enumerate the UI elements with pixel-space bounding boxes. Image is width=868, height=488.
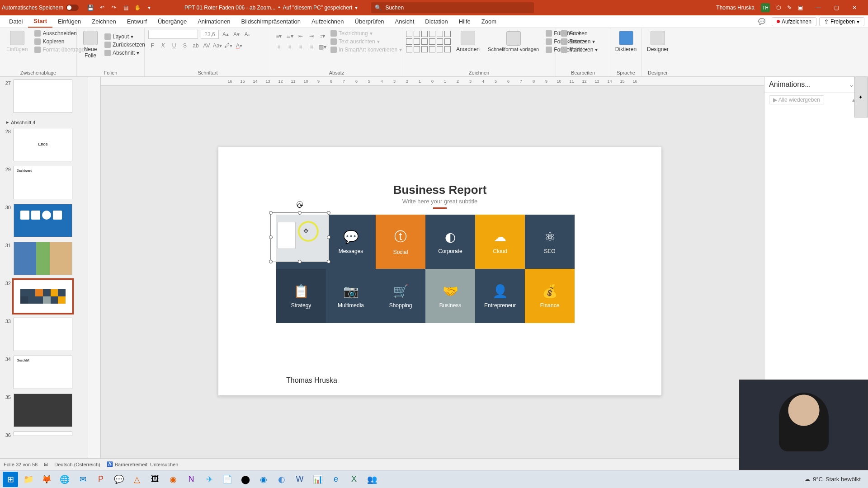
slide-canvas[interactable]: 1615141312111098765432101234567891011121… [101,77,764,458]
thumb-28[interactable]: Ende [14,128,72,161]
tab-einfuegen[interactable]: Einfügen [52,15,86,28]
shrink-font-icon[interactable]: A▾ [232,30,241,38]
thumb-33[interactable] [14,318,72,351]
section-header[interactable]: ▸ Abschnitt 4 [2,117,84,128]
accessibility-status[interactable]: ♿ Barrierefreiheit: Untersuchen [107,461,179,467]
app-icon[interactable]: 📊 [310,472,326,487]
thumb-32[interactable] [14,280,72,313]
tab-hilfe[interactable]: Hilfe [453,15,476,28]
app-icon[interactable]: 📄 [220,472,235,487]
thumb-36[interactable] [14,432,72,436]
present-icon[interactable]: ▤ [122,4,129,11]
app-icon[interactable]: ◉ [165,472,181,487]
find-button[interactable]: Suchen [560,30,606,37]
excel-icon[interactable]: X [346,472,362,487]
app-icon[interactable]: 💬 [111,472,127,487]
layout-button[interactable]: Layout▾ [103,33,146,40]
designer-button[interactable]: Designer [646,30,670,53]
quickstyles-button[interactable]: Schnellformat-vorlagen [485,30,542,53]
tile-cloud[interactable]: ☁Cloud [475,215,525,269]
edge-icon[interactable]: e [328,472,344,487]
comments-icon[interactable]: 💬 [755,18,769,25]
close-button[interactable]: ✕ [845,5,863,11]
app-icon[interactable]: ◉ [256,472,271,487]
clear-format-icon[interactable]: Aₓ [243,30,251,38]
language-status[interactable]: Deutsch (Österreich) [54,462,100,467]
slide-thumbnails-panel[interactable]: 27 ▸ Abschnitt 4 28Ende 29Dashboard 30 3… [0,77,88,458]
rotate-handle-icon[interactable]: ⟳ [297,201,303,207]
tile-shopping[interactable]: 🛒Shopping [376,269,425,323]
teams-icon[interactable]: 👥 [364,472,380,487]
app-icon[interactable]: ◐ [274,472,289,487]
tab-aufzeichnen[interactable]: Aufzeichnen [306,15,349,28]
line-spacing-icon[interactable]: ↕▾ [318,32,326,40]
outlook-icon[interactable]: ✉ [75,472,90,487]
tab-animationen[interactable]: Animationen [192,15,236,28]
chevron-down-icon[interactable]: ▾ [355,5,358,11]
powerpoint-icon[interactable]: P [93,472,108,487]
explorer-icon[interactable]: 📁 [21,472,36,487]
selected-object[interactable]: ⟳ ✥ [270,212,329,262]
resize-handle[interactable] [269,235,273,239]
user-name[interactable]: Thomas Hruska [716,5,755,11]
play-all-button[interactable]: ▶ Alle wiedergeben [769,95,824,104]
align-center-icon[interactable]: ≡ [286,43,294,51]
align-right-icon[interactable]: ≡ [297,43,305,51]
font-color-button[interactable]: A▾ [235,42,243,50]
bullets-icon[interactable]: ≡▾ [275,32,283,40]
weather-widget[interactable]: ☁ 9°C Stark bewölkt [804,476,861,483]
underline-button[interactable]: U [170,42,178,50]
highlight-button[interactable]: 🖍▾ [224,42,232,50]
numbering-icon[interactable]: ≣▾ [286,32,294,40]
start-button[interactable]: ⊞ [3,472,18,487]
resize-handle[interactable] [327,260,330,263]
italic-button[interactable]: K [159,42,167,50]
justify-icon[interactable]: ≡ [307,43,316,51]
thumb-34[interactable]: Geschäft [14,356,72,389]
slide[interactable]: Business Report Write here your great su… [218,147,661,395]
resize-handle[interactable] [269,260,273,263]
case-button[interactable]: Aa▾ [213,42,222,50]
tile-social[interactable]: ⓣSocial [376,215,425,269]
redo-icon[interactable]: ↷ [110,4,118,11]
tab-entwurf[interactable]: Entwurf [122,15,152,28]
indent-inc-icon[interactable]: ⇥ [307,32,316,40]
select-button[interactable]: Markieren▾ [560,46,606,53]
app-icon[interactable]: 🖼 [147,472,163,487]
text-direction-button[interactable]: Textrichtung▾ [329,30,403,37]
resize-handle[interactable] [269,211,273,215]
smartart-button[interactable]: In SmartArt konvertieren▾ [329,46,403,53]
bold-button[interactable]: F [148,42,156,50]
tile-messages[interactable]: 💬Messages [326,215,376,269]
spacing-button[interactable]: AV [203,42,211,50]
thumb-30[interactable] [14,204,72,237]
share-button[interactable]: ⇪Freigeben▾ [819,17,864,26]
slide-title[interactable]: Business Report [218,183,661,197]
slide-subtitle[interactable]: Write here your great subtitle [218,198,661,209]
tile-multimedia[interactable]: 📷Multimedia [326,269,376,323]
record-button[interactable]: Aufzeichnen [772,17,816,26]
chevron-down-icon[interactable]: ⌄ [849,81,854,88]
align-text-button[interactable]: Text ausrichten▾ [329,38,403,45]
tile-business[interactable]: 🤝Business [425,269,475,323]
avatar[interactable]: TH [761,3,770,12]
window-icon[interactable]: ▣ [798,5,803,11]
thumb-29[interactable]: Dashboard [14,166,72,199]
onenote-icon[interactable]: N [184,472,199,487]
toggle-icon[interactable] [66,5,79,11]
search-box[interactable]: 🔍 Suchen [371,2,534,13]
shadow-button[interactable]: ab [192,42,200,50]
tab-dictation[interactable]: Dictation [420,15,453,28]
webcam-overlay[interactable] [739,380,868,470]
document-title[interactable]: PPT 01 Roter Faden 006 - ab Zoom... • Au… [184,5,358,11]
arrange-button[interactable]: Anordnen [453,30,482,53]
shapes-gallery[interactable] [406,31,451,52]
resize-handle[interactable] [327,235,330,239]
globe-icon[interactable]: ⬡ [776,5,781,11]
tab-praesentation[interactable]: Bildschirmpräsentation [236,15,306,28]
grow-font-icon[interactable]: A▴ [222,30,230,38]
telegram-icon[interactable]: ✈ [202,472,217,487]
thumb-31[interactable] [14,242,72,275]
tab-zoom[interactable]: Zoom [476,15,502,28]
resize-handle[interactable] [327,211,330,215]
